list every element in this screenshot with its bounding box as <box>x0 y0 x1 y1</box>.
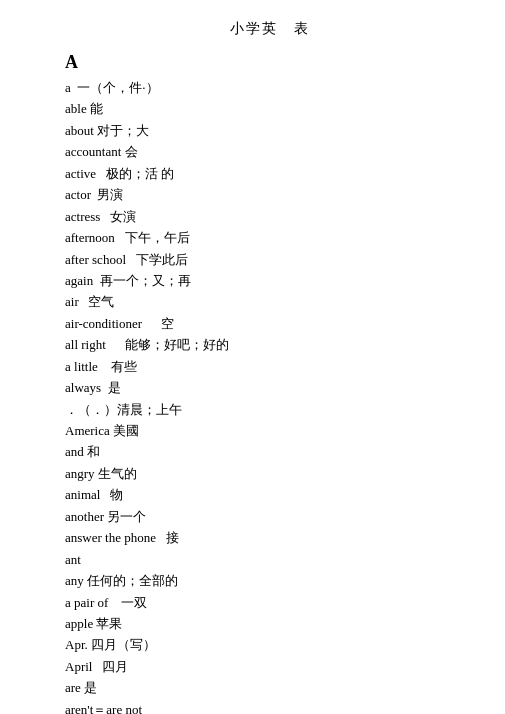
list-item: able 能 <box>65 98 475 119</box>
list-item: air 空气 <box>65 291 475 312</box>
list-item: answer the phone 接 <box>65 527 475 548</box>
list-item: a 一（个，件·） <box>65 77 475 98</box>
list-item: and 和 <box>65 441 475 462</box>
section-header: A <box>65 52 475 73</box>
entries-list: a 一（个，件·）able 能about 对于；大accountant 会act… <box>65 77 475 714</box>
page-title: 小学英 表 <box>65 20 475 38</box>
list-item: apple 苹果 <box>65 613 475 634</box>
list-item: actor 男演 <box>65 184 475 205</box>
list-item: all right 能够；好吧；好的 <box>65 334 475 355</box>
list-item: Apr. 四月（写） <box>65 634 475 655</box>
list-item: are 是 <box>65 677 475 698</box>
list-item: after school 下学此后 <box>65 249 475 270</box>
list-item: a little 有些 <box>65 356 475 377</box>
list-item: again 再一个；又；再 <box>65 270 475 291</box>
list-item: angry 生气的 <box>65 463 475 484</box>
list-item: animal 物 <box>65 484 475 505</box>
list-item: always 是 <box>65 377 475 398</box>
list-item: a pair of 一双 <box>65 592 475 613</box>
list-item: another 另一个 <box>65 506 475 527</box>
list-item: aren't＝are not <box>65 699 475 714</box>
list-item: afternoon 下午，午后 <box>65 227 475 248</box>
list-item: actress 女演 <box>65 206 475 227</box>
list-item: America 美國 <box>65 420 475 441</box>
list-item: accountant 会 <box>65 141 475 162</box>
list-item: air-conditioner 空 <box>65 313 475 334</box>
list-item: April 四月 <box>65 656 475 677</box>
list-item: any 任何的；全部的 <box>65 570 475 591</box>
list-item: ．（．）清晨；上午 <box>65 399 475 420</box>
list-item: active 极的；活 的 <box>65 163 475 184</box>
list-item: about 对于；大 <box>65 120 475 141</box>
list-item: ant <box>65 549 475 570</box>
